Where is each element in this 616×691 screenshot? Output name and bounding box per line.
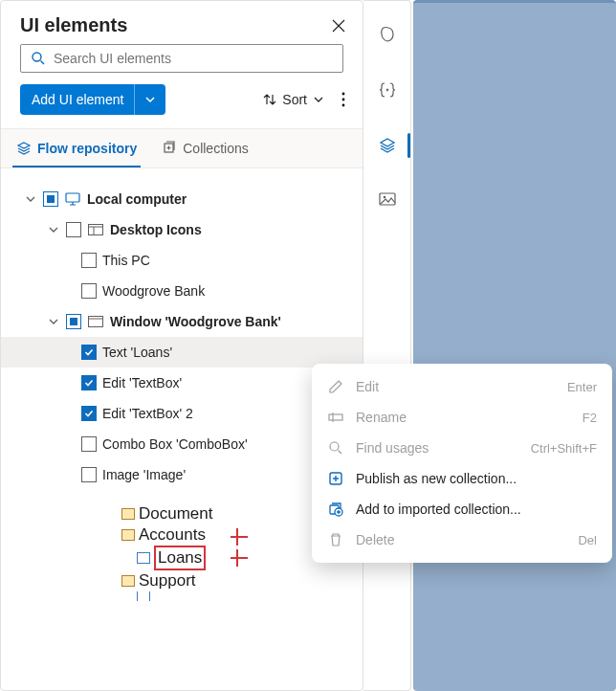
table-icon bbox=[137, 552, 150, 564]
publish-icon bbox=[328, 471, 343, 486]
checkbox-indeterminate[interactable] bbox=[43, 191, 58, 207]
sort-label: Sort bbox=[282, 92, 307, 107]
layers-icon bbox=[379, 137, 396, 154]
chevron-down-icon bbox=[49, 317, 58, 326]
chevron-down-icon bbox=[26, 194, 35, 204]
element-tree: Local computer Desktop Icons This PC Woo… bbox=[1, 168, 363, 690]
tree-node-this-pc[interactable]: This PC bbox=[1, 245, 363, 276]
close-icon bbox=[332, 19, 345, 33]
side-tab-variables[interactable] bbox=[363, 76, 410, 104]
tree-label: Local computer bbox=[87, 191, 355, 207]
menu-shortcut: Ctrl+Shift+F bbox=[531, 441, 597, 456]
checkbox[interactable] bbox=[81, 436, 97, 452]
preview-text: Accounts bbox=[139, 524, 206, 546]
menu-add-imported-collection[interactable]: Add to imported collection... bbox=[312, 494, 612, 524]
svg-point-1 bbox=[342, 93, 345, 96]
menu-delete: Delete Del bbox=[312, 524, 612, 555]
tree-node-image[interactable]: Image 'Image' bbox=[1, 459, 363, 490]
tab-label: Flow repository bbox=[37, 141, 137, 156]
tree-node-desktop-icons[interactable]: Desktop Icons bbox=[1, 214, 363, 245]
tree-node-combobox[interactable]: Combo Box 'ComboBox' bbox=[1, 429, 363, 459]
tree-label: Woodgrove Bank bbox=[102, 283, 355, 299]
delete-icon bbox=[328, 532, 343, 547]
menu-label: Edit bbox=[356, 379, 556, 394]
checkbox-checked[interactable] bbox=[81, 345, 97, 360]
check-icon bbox=[84, 378, 94, 388]
svg-point-0 bbox=[33, 53, 41, 61]
folder-icon bbox=[121, 508, 135, 520]
checkbox[interactable] bbox=[81, 467, 97, 482]
add-button-label: Add UI element bbox=[20, 92, 134, 107]
menu-label: Delete bbox=[356, 532, 566, 547]
layers-icon bbox=[16, 141, 32, 156]
tree-node-edit-textbox[interactable]: Edit 'TextBox' bbox=[1, 368, 363, 398]
menu-publish-collection[interactable]: Publish as new collection... bbox=[312, 463, 612, 494]
tab-label: Collections bbox=[183, 141, 248, 156]
side-tab-images[interactable] bbox=[363, 187, 410, 212]
copilot-icon bbox=[379, 26, 396, 43]
add-button-split[interactable] bbox=[134, 84, 165, 115]
svg-point-11 bbox=[330, 442, 339, 451]
folder-icon bbox=[121, 575, 135, 587]
checkbox[interactable] bbox=[81, 253, 97, 268]
rename-icon bbox=[328, 410, 343, 425]
svg-point-9 bbox=[383, 196, 385, 199]
image-icon bbox=[379, 192, 396, 206]
menu-find-usages: Find usages Ctrl+Shift+F bbox=[312, 433, 612, 463]
checkbox[interactable] bbox=[81, 283, 97, 299]
close-button[interactable] bbox=[328, 15, 349, 36]
more-button[interactable] bbox=[338, 88, 349, 111]
svg-point-2 bbox=[342, 99, 345, 101]
sort-icon bbox=[263, 93, 276, 106]
svg-rect-7 bbox=[89, 317, 103, 327]
tree-node-edit-textbox-2[interactable]: Edit 'TextBox' 2 bbox=[1, 398, 363, 429]
window-icon bbox=[88, 316, 103, 327]
table-icon bbox=[137, 591, 150, 601]
side-tab-copilot[interactable] bbox=[363, 20, 410, 49]
menu-label: Find usages bbox=[356, 440, 519, 456]
menu-label: Add to imported collection... bbox=[356, 502, 597, 517]
checkbox-indeterminate[interactable] bbox=[66, 314, 81, 329]
svg-rect-6 bbox=[89, 225, 103, 235]
sort-button[interactable]: Sort bbox=[263, 92, 324, 107]
monitor-icon bbox=[65, 192, 80, 206]
window-icon bbox=[88, 224, 103, 235]
checkbox[interactable] bbox=[66, 222, 81, 237]
folder-icon bbox=[121, 529, 135, 541]
element-preview: Document Accounts Loans Support bbox=[120, 500, 244, 605]
ui-elements-panel: UI elements Add UI element Sort bbox=[0, 0, 363, 691]
preview-text: Support bbox=[139, 570, 196, 591]
svg-point-3 bbox=[342, 104, 345, 107]
tree-node-window-woodgrove[interactable]: Window 'Woodgrove Bank' bbox=[1, 306, 363, 337]
braces-icon bbox=[379, 81, 396, 99]
search-input[interactable] bbox=[54, 51, 333, 66]
search-icon bbox=[328, 440, 343, 456]
checkbox-checked[interactable] bbox=[81, 406, 97, 421]
tree-label: Window 'Woodgrove Bank' bbox=[110, 314, 355, 329]
chevron-down-icon bbox=[49, 225, 58, 234]
tree-node-woodgrove-bank[interactable]: Woodgrove Bank bbox=[1, 276, 363, 306]
svg-rect-5 bbox=[66, 193, 79, 202]
tab-flow-repository[interactable]: Flow repository bbox=[12, 129, 141, 167]
preview-text: Loans bbox=[158, 548, 202, 567]
check-icon bbox=[84, 409, 94, 418]
background-pane bbox=[413, 0, 616, 691]
side-tab-ui-elements[interactable] bbox=[363, 131, 410, 160]
tree-node-text-loans[interactable]: Text 'Loans' bbox=[1, 337, 363, 368]
svg-rect-10 bbox=[329, 414, 342, 420]
menu-edit: Edit Enter bbox=[312, 371, 612, 402]
chevron-down-icon bbox=[144, 94, 156, 105]
menu-label: Publish as new collection... bbox=[356, 471, 597, 486]
add-ui-element-button[interactable]: Add UI element bbox=[20, 84, 165, 115]
menu-shortcut: Del bbox=[578, 533, 597, 547]
tab-collections[interactable]: Collections bbox=[158, 129, 252, 167]
context-menu: Edit Enter Rename F2 Find usages Ctrl+Sh… bbox=[312, 364, 612, 563]
menu-shortcut: Enter bbox=[567, 380, 597, 394]
add-collection-icon bbox=[328, 502, 343, 517]
search-box[interactable] bbox=[20, 44, 343, 73]
search-icon bbox=[31, 51, 46, 66]
tree-node-local-computer[interactable]: Local computer bbox=[1, 184, 363, 214]
checkbox-checked[interactable] bbox=[81, 375, 97, 390]
panel-title: UI elements bbox=[20, 14, 127, 36]
menu-rename: Rename F2 bbox=[312, 402, 612, 433]
